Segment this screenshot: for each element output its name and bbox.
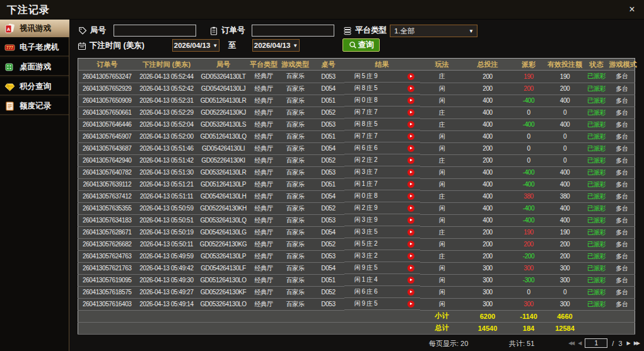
cell-payout: -400 xyxy=(512,214,546,226)
col-payout: 派彩 xyxy=(512,59,546,71)
cell-round-no: GD054264130LG xyxy=(197,226,250,238)
cell-round-no: GD051264130LP xyxy=(197,178,250,190)
cell-game-mode: 多台 xyxy=(609,214,635,226)
order-no-input[interactable] xyxy=(252,25,334,37)
cell-bet-time: 2026-04-13 05:52:31 xyxy=(136,95,197,106)
cell-order-no: 260413057645907 xyxy=(78,130,136,142)
cell-payout: 190 xyxy=(512,226,546,238)
col-result: 结果 xyxy=(344,59,420,71)
sidebar-item-label: 桌面游戏 xyxy=(20,62,51,72)
search-button-label: 查询 xyxy=(358,40,374,50)
cell-game-mode: 多台 xyxy=(609,71,635,83)
sidebar-item-label: 视讯游戏 xyxy=(20,23,51,34)
cell-valid-bet: 400 xyxy=(546,214,584,226)
result-text: 闲 7 庄 7 xyxy=(354,132,378,141)
cell-valid-bet: 400 xyxy=(546,118,584,130)
result-text: 闲 5 庄 2 xyxy=(354,239,378,248)
cell-play-type: 闲 xyxy=(420,262,464,274)
sidebar-item-points-query[interactable]: 积分查询 xyxy=(0,78,69,96)
play-video-icon[interactable] xyxy=(407,157,414,164)
cell-result: 闲 7 庄 7 xyxy=(344,130,420,142)
cell-total-bet: 200 xyxy=(464,154,512,166)
cell-valid-bet: 190 xyxy=(546,226,584,238)
prev-page-icon[interactable]: ◀ xyxy=(578,340,580,346)
svg-text:777: 777 xyxy=(6,45,13,50)
search-button[interactable]: 查询 xyxy=(342,38,380,52)
page-size-label: 每页显示: 20 xyxy=(429,339,468,348)
play-video-icon[interactable] xyxy=(407,169,414,176)
cell-platform-type: 经典厅 xyxy=(250,154,278,166)
cell-platform-type: 经典厅 xyxy=(250,298,278,310)
first-page-icon[interactable]: ◀◀ xyxy=(568,340,573,346)
play-video-icon[interactable] xyxy=(407,289,414,296)
cell-total-bet: 400 xyxy=(464,130,512,142)
cell-table-no: D051 xyxy=(313,130,344,142)
close-icon[interactable]: × xyxy=(626,3,638,16)
cell-valid-bet: 0 xyxy=(546,286,584,298)
cell-total-bet: 200 xyxy=(464,142,512,154)
cell-table-no: D053 xyxy=(313,118,344,130)
play-video-icon[interactable] xyxy=(407,253,414,260)
play-video-icon[interactable] xyxy=(407,265,414,272)
page-number-input[interactable] xyxy=(585,338,607,348)
cell-status: 已派彩 xyxy=(584,226,609,238)
cell-payout: 190 xyxy=(512,71,546,83)
cell-table-no: D054 xyxy=(313,83,344,95)
cell-status: 已派彩 xyxy=(584,202,609,214)
col-game-type: 游戏类型 xyxy=(278,59,313,71)
play-video-icon[interactable] xyxy=(407,229,414,236)
cell-payout: -200 xyxy=(512,250,546,262)
play-video-icon[interactable] xyxy=(407,205,414,212)
cell-bet-time: 2026-04-13 05:50:19 xyxy=(136,226,197,238)
cell-play-type: 庄 xyxy=(420,71,464,83)
round-no-input[interactable] xyxy=(114,25,196,37)
play-video-icon[interactable] xyxy=(407,193,414,200)
cell-total-bet: 300 xyxy=(464,262,512,274)
cell-bet-time: 2026-04-13 05:51:21 xyxy=(136,178,197,190)
play-video-icon[interactable] xyxy=(407,73,414,80)
search-icon xyxy=(349,41,357,49)
cell-status: 已派彩 xyxy=(584,142,609,154)
play-video-icon[interactable] xyxy=(407,133,414,140)
cell-bet-time: 2026-04-13 05:50:11 xyxy=(136,238,197,250)
cell-total-bet: 300 xyxy=(464,274,512,286)
empty-cell xyxy=(250,310,278,322)
cell-table-no: D051 xyxy=(313,178,344,190)
cell-play-type: 庄 xyxy=(420,250,464,262)
cell-round-no: GD053264130LO xyxy=(197,298,250,310)
last-page-icon[interactable]: ▶▶ xyxy=(634,340,639,346)
cell-order-no: 260413057637412 xyxy=(78,190,136,202)
table-row: 2604130576185752026-04-13 05:49:27GD0522… xyxy=(78,286,635,298)
next-page-icon[interactable]: ▶ xyxy=(627,340,629,346)
cell-status: 已派彩 xyxy=(584,190,609,202)
date-from-picker[interactable]: 2026/04/13 ▼ xyxy=(172,39,220,52)
cell-table-no: D052 xyxy=(313,286,344,298)
play-video-icon[interactable] xyxy=(407,277,414,284)
play-video-icon[interactable] xyxy=(407,85,414,92)
play-video-icon[interactable] xyxy=(407,181,414,188)
play-video-icon[interactable] xyxy=(407,97,414,104)
play-video-icon[interactable] xyxy=(407,217,414,224)
cell-round-no: GD052264130KJ xyxy=(197,106,250,118)
play-video-icon[interactable] xyxy=(407,241,414,248)
cell-platform-type: 经典厅 xyxy=(250,166,278,178)
play-video-icon[interactable] xyxy=(407,121,414,128)
play-video-icon[interactable] xyxy=(407,145,414,152)
table-row: 2604130576341832026-04-13 05:50:51GD0532… xyxy=(78,214,635,226)
sidebar-item-credit-records[interactable]: 额度记录 xyxy=(0,98,69,115)
sidebar-item-video-games[interactable]: A 视讯游戏 xyxy=(0,20,76,37)
sidebar-item-slot-machines[interactable]: 777 电子老虎机 xyxy=(0,39,69,57)
cell-valid-bet: 300 xyxy=(546,274,584,286)
play-video-icon[interactable] xyxy=(407,301,414,308)
table-row: 2604130576429402026-04-13 05:51:42GD0522… xyxy=(78,154,635,166)
platform-type-select[interactable]: 1.全部 ▼ xyxy=(390,25,477,37)
cell-valid-bet: 400 xyxy=(546,202,584,214)
date-to-picker[interactable]: 2026/04/13 ▼ xyxy=(252,39,300,52)
play-video-icon[interactable] xyxy=(407,109,414,116)
cell-game-mode: 多台 xyxy=(609,238,635,250)
cell-platform-type: 经典厅 xyxy=(250,274,278,286)
cell-order-no: 260413057643687 xyxy=(78,142,136,154)
sidebar-item-table-games[interactable]: 桌面游戏 xyxy=(0,59,69,76)
cell-result: 闲 6 庄 6 xyxy=(344,142,420,154)
cell-status: 已派彩 xyxy=(584,95,609,106)
